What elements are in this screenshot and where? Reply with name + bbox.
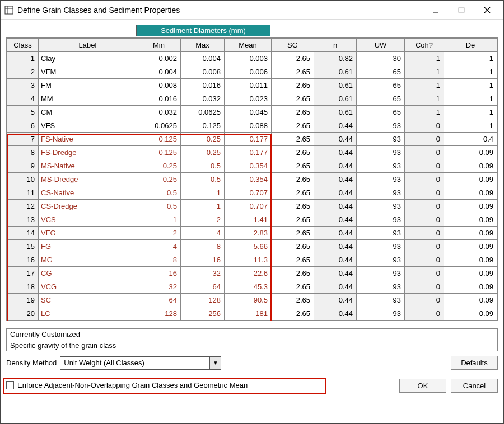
cell-max[interactable]: 8	[181, 240, 225, 253]
cell-n[interactable]: 0.44	[314, 200, 357, 213]
cell-label[interactable]: MM	[39, 92, 137, 106]
cell-label[interactable]: VFS	[39, 119, 137, 133]
cell-coh[interactable]: 1	[405, 92, 444, 106]
col-n[interactable]: n	[314, 39, 357, 52]
cell-label[interactable]: Clay	[39, 52, 137, 65]
cell-class[interactable]: 9	[7, 159, 39, 173]
cell-label[interactable]: VFG	[39, 227, 137, 240]
cell-n[interactable]: 0.82	[314, 52, 357, 65]
cell-min[interactable]: 8	[137, 253, 181, 267]
cell-n[interactable]: 0.44	[314, 159, 357, 173]
table-row[interactable]: 16MG81611.32.650.449300.09	[7, 253, 497, 267]
enforce-checkbox[interactable]	[6, 381, 14, 389]
cell-n[interactable]: 0.44	[314, 173, 357, 186]
cell-label[interactable]: MS-Native	[39, 159, 137, 173]
cell-class[interactable]: 12	[7, 200, 39, 213]
cell-class[interactable]: 17	[7, 267, 39, 280]
close-button[interactable]	[474, 2, 500, 18]
cell-uw[interactable]: 93	[357, 307, 405, 321]
table-row[interactable]: 6VFS0.06250.1250.0882.650.449301	[7, 119, 497, 133]
table-row[interactable]: 4MM0.0160.0320.0232.650.616511	[7, 92, 497, 106]
cell-min[interactable]: 0.0625	[137, 119, 181, 133]
cell-uw[interactable]: 65	[357, 92, 405, 106]
cell-coh[interactable]: 0	[405, 253, 444, 267]
col-uw[interactable]: UW	[357, 39, 405, 52]
cell-sg[interactable]: 2.65	[272, 79, 314, 92]
cell-de[interactable]: 1	[444, 52, 497, 65]
cell-sg[interactable]: 2.65	[272, 294, 314, 307]
cell-label[interactable]: VFM	[39, 65, 137, 79]
col-mean[interactable]: Mean	[225, 39, 272, 52]
cell-de[interactable]: 0.09	[444, 267, 497, 280]
cell-uw[interactable]: 93	[357, 133, 405, 146]
cell-mean[interactable]: 0.006	[225, 65, 272, 79]
cell-coh[interactable]: 0	[405, 119, 444, 133]
cell-label[interactable]: CS-Dredge	[39, 200, 137, 213]
cell-n[interactable]: 0.44	[314, 280, 357, 294]
cell-class[interactable]: 8	[7, 146, 39, 159]
cell-n[interactable]: 0.44	[314, 240, 357, 253]
cell-sg[interactable]: 2.65	[272, 159, 314, 173]
ok-button[interactable]: OK	[399, 379, 446, 393]
cell-mean[interactable]: 0.011	[225, 79, 272, 92]
cell-sg[interactable]: 2.65	[272, 200, 314, 213]
cell-min[interactable]: 0.016	[137, 92, 181, 106]
table-row[interactable]: 7FS-Native0.1250.250.1772.650.449300.4	[7, 133, 497, 146]
cell-label[interactable]: VCS	[39, 213, 137, 227]
cell-max[interactable]: 0.25	[181, 146, 225, 159]
col-sg[interactable]: SG	[272, 39, 314, 52]
cell-de[interactable]: 0.4	[444, 133, 497, 146]
table-row[interactable]: 10MS-Dredge0.250.50.3542.650.449300.09	[7, 173, 497, 186]
table-row[interactable]: 8FS-Dredge0.1250.250.1772.650.449300.09	[7, 146, 497, 159]
cell-mean[interactable]: 2.83	[225, 227, 272, 240]
cell-de[interactable]: 0.09	[444, 186, 497, 200]
cell-max[interactable]: 0.5	[181, 159, 225, 173]
cell-class[interactable]: 18	[7, 280, 39, 294]
cell-min[interactable]: 0.002	[137, 52, 181, 65]
cell-mean[interactable]: 0.023	[225, 92, 272, 106]
cell-label[interactable]: MG	[39, 253, 137, 267]
cell-min[interactable]: 64	[137, 294, 181, 307]
col-label[interactable]: Label	[39, 39, 137, 52]
cell-n[interactable]: 0.44	[314, 294, 357, 307]
cell-de[interactable]: 1	[444, 119, 497, 133]
cell-de[interactable]: 0.09	[444, 253, 497, 267]
cell-uw[interactable]: 93	[357, 213, 405, 227]
cell-max[interactable]: 64	[181, 280, 225, 294]
cell-uw[interactable]: 65	[357, 79, 405, 92]
table-row[interactable]: 11CS-Native0.510.7072.650.449300.09	[7, 186, 497, 200]
cell-sg[interactable]: 2.65	[272, 65, 314, 79]
cell-n[interactable]: 0.44	[314, 227, 357, 240]
cell-sg[interactable]: 2.65	[272, 240, 314, 253]
cell-coh[interactable]: 0	[405, 307, 444, 321]
maximize-button[interactable]	[449, 2, 474, 18]
cell-max[interactable]: 1	[181, 186, 225, 200]
cell-uw[interactable]: 93	[357, 253, 405, 267]
cell-class[interactable]: 10	[7, 173, 39, 186]
cell-coh[interactable]: 1	[405, 106, 444, 119]
cell-uw[interactable]: 93	[357, 227, 405, 240]
cell-max[interactable]: 0.5	[181, 173, 225, 186]
cell-class[interactable]: 15	[7, 240, 39, 253]
table-row[interactable]: 19SC6412890.52.650.449300.09	[7, 294, 497, 307]
cell-n[interactable]: 0.44	[314, 307, 357, 321]
cell-de[interactable]: 0.09	[444, 159, 497, 173]
cell-min[interactable]: 32	[137, 280, 181, 294]
cell-mean[interactable]: 181	[225, 307, 272, 321]
cell-mean[interactable]: 0.177	[225, 133, 272, 146]
cell-max[interactable]: 1	[181, 200, 225, 213]
cell-n[interactable]: 0.61	[314, 106, 357, 119]
cell-mean[interactable]: 0.088	[225, 119, 272, 133]
table-row[interactable]: 15FG485.662.650.449300.09	[7, 240, 497, 253]
cell-max[interactable]: 128	[181, 294, 225, 307]
cell-n[interactable]: 0.61	[314, 79, 357, 92]
cell-class[interactable]: 5	[7, 106, 39, 119]
cell-label[interactable]: FG	[39, 240, 137, 253]
cell-sg[interactable]: 2.65	[272, 52, 314, 65]
cell-class[interactable]: 6	[7, 119, 39, 133]
cell-mean[interactable]: 0.354	[225, 159, 272, 173]
cell-class[interactable]: 19	[7, 294, 39, 307]
cell-min[interactable]: 2	[137, 227, 181, 240]
cell-n[interactable]: 0.44	[314, 133, 357, 146]
cell-uw[interactable]: 93	[357, 267, 405, 280]
